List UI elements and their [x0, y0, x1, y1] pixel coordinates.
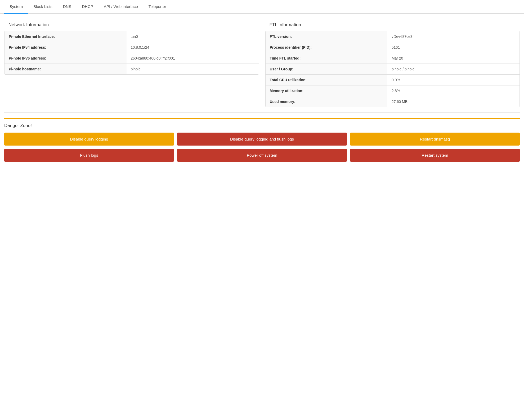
row-label: Pi-hole Ethernet Interface: — [5, 31, 127, 42]
row-value: 10.8.0.1/24 — [127, 42, 259, 53]
row-label: Memory utilization: — [266, 85, 388, 96]
table-row: Pi-hole IPv6 address:2604:a880:400:d0::f… — [5, 53, 259, 64]
ftl-info-table: FTL version:vDev-f87ce3fProcess identifi… — [266, 31, 520, 107]
row-label: Pi-hole hostname: — [5, 64, 127, 75]
row-label: Pi-hole IPv4 address: — [5, 42, 127, 53]
danger-zone: Danger Zone! Disable query loggingDisabl… — [4, 118, 520, 162]
ftl-info-panel: FTL Information FTL version:vDev-f87ce3f… — [265, 19, 520, 107]
tab-blocklists[interactable]: Block Lists — [28, 0, 58, 14]
network-info-table-wrapper: Pi-hole Ethernet Interface:tun0Pi-hole I… — [4, 31, 259, 75]
row-value: pihole / pihole — [387, 64, 519, 75]
row-label: Used memory: — [266, 96, 388, 107]
danger-buttons-grid: Disable query loggingDisable query loggi… — [4, 133, 520, 162]
row-value: Mar 20 — [387, 53, 519, 64]
row-value: vDev-f87ce3f — [387, 31, 519, 42]
danger-button-1[interactable]: Disable query logging — [4, 133, 174, 146]
ftl-info-title: FTL Information — [265, 19, 520, 31]
network-info-panel: Network Information Pi-hole Ethernet Int… — [4, 19, 259, 107]
row-label: FTL version: — [266, 31, 388, 42]
table-row: Memory utilization:2.8% — [266, 85, 520, 96]
danger-button-4[interactable]: Flush logs — [4, 149, 174, 162]
tab-api-web[interactable]: API / Web interface — [98, 0, 143, 14]
table-row: Pi-hole Ethernet Interface:tun0 — [5, 31, 259, 42]
row-value: pihole — [127, 64, 259, 75]
row-value: 2604:a880:400:d0::ff2:f001 — [127, 53, 259, 64]
danger-zone-title: Danger Zone! — [4, 123, 520, 133]
network-info-table: Pi-hole Ethernet Interface:tun0Pi-hole I… — [5, 31, 259, 74]
row-value: 2.8% — [387, 85, 519, 96]
table-row: User / Group:pihole / pihole — [266, 64, 520, 75]
danger-button-2[interactable]: Disable query logging and flush logs — [177, 133, 347, 146]
network-info-title: Network Information — [4, 19, 259, 31]
row-value: 27.60 MB — [387, 96, 519, 107]
table-row: Process identifier (PID):5161 — [266, 42, 520, 53]
row-label: Pi-hole IPv6 address: — [5, 53, 127, 64]
tab-system[interactable]: System — [4, 0, 28, 14]
row-value: tun0 — [127, 31, 259, 42]
tab-dns[interactable]: DNS — [58, 0, 77, 14]
row-label: User / Group: — [266, 64, 388, 75]
table-row: Total CPU utilization:0.0% — [266, 75, 520, 85]
ftl-info-table-wrapper: FTL version:vDev-f87ce3fProcess identifi… — [265, 31, 520, 107]
tab-teleporter[interactable]: Teleporter — [143, 0, 172, 14]
info-columns: Network Information Pi-hole Ethernet Int… — [4, 19, 520, 107]
table-row: Used memory:27.60 MB — [266, 96, 520, 107]
row-value: 5161 — [387, 42, 519, 53]
table-row: Pi-hole IPv4 address:10.8.0.1/24 — [5, 42, 259, 53]
row-value: 0.0% — [387, 75, 519, 85]
section-divider — [4, 112, 520, 113]
table-row: FTL version:vDev-f87ce3f — [266, 31, 520, 42]
danger-button-6[interactable]: Restart system — [350, 149, 520, 162]
row-label: Process identifier (PID): — [266, 42, 388, 53]
table-row: Pi-hole hostname:pihole — [5, 64, 259, 75]
tab-dhcp[interactable]: DHCP — [77, 0, 98, 14]
row-label: Total CPU utilization: — [266, 75, 388, 85]
row-label: Time FTL started: — [266, 53, 388, 64]
danger-button-3[interactable]: Restart dnsmasq — [350, 133, 520, 146]
danger-button-5[interactable]: Power off system — [177, 149, 347, 162]
nav-tabs: System Block Lists DNS DHCP API / Web in… — [0, 0, 524, 14]
table-row: Time FTL started:Mar 20 — [266, 53, 520, 64]
